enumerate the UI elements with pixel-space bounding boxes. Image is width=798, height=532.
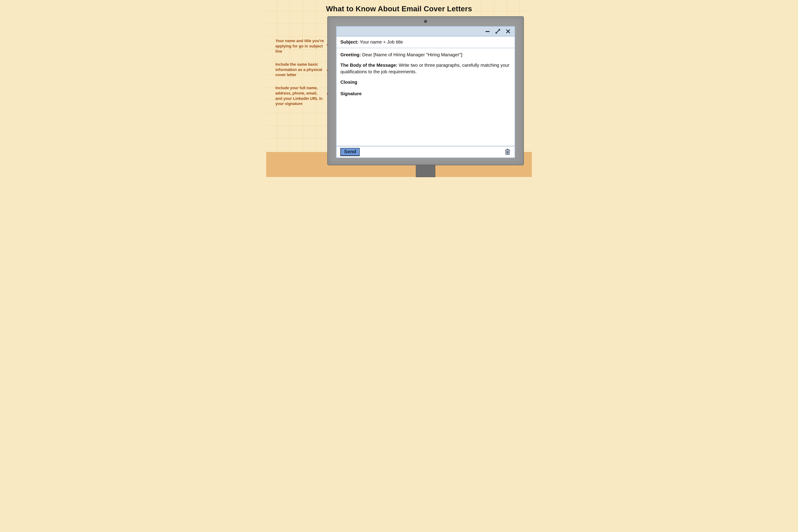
window-titlebar	[336, 26, 515, 36]
annotation-text: Include your full name, address, phone, …	[275, 86, 322, 106]
greeting-value: Dear [Name of Hiring Manager "Hiring Man…	[362, 52, 463, 57]
body-label: The Body of the Message:	[340, 62, 397, 68]
annotation-signature: Include your full name, address, phone, …	[275, 85, 325, 106]
page-title: What to Know About Email Cover Letters	[266, 5, 532, 13]
annotation-text: Include the same basic information as a …	[275, 62, 322, 77]
window-footer: Send	[336, 146, 515, 157]
minimize-icon[interactable]	[485, 29, 490, 34]
send-button[interactable]: Send	[340, 148, 360, 156]
body-line: The Body of the Message: Write two or th…	[340, 62, 511, 75]
annotation-column: Your name and title you're applying for …	[275, 38, 325, 114]
email-compose-window: Subject: Your name + Job title Greeting:…	[336, 26, 515, 158]
annotation-body-info: Include the same basic information as a …	[275, 62, 325, 77]
close-icon[interactable]	[505, 29, 511, 34]
subject-label: Subject:	[340, 39, 359, 44]
expand-icon[interactable]	[495, 28, 501, 34]
greeting-line: Greeting: Dear [Name of Hiring Manager "…	[340, 52, 511, 58]
subject-value: Your name + Job title	[360, 39, 403, 44]
svg-rect-0	[486, 31, 490, 32]
email-body[interactable]: Greeting: Dear [Name of Hiring Manager "…	[336, 48, 515, 140]
signature-label: Signature	[340, 91, 511, 97]
greeting-label: Greeting:	[340, 52, 361, 57]
subject-row[interactable]: Subject: Your name + Job title	[336, 36, 515, 48]
annotation-subject-line: Your name and title you're applying for …	[275, 38, 325, 54]
monitor-frame: Subject: Your name + Job title Greeting:…	[327, 16, 524, 165]
monitor-stand	[416, 165, 435, 177]
trash-icon[interactable]	[504, 148, 511, 156]
closing-label: Closing	[340, 79, 511, 86]
annotation-text: Your name and title you're applying for …	[275, 39, 324, 54]
camera-dot	[424, 20, 427, 23]
